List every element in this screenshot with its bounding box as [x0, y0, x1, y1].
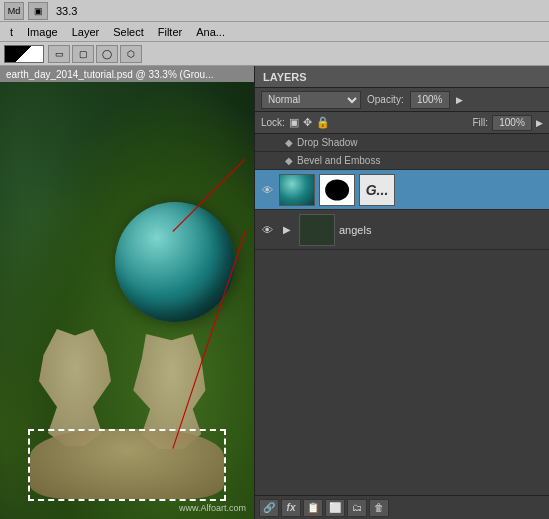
group-button[interactable]: 🗂	[347, 499, 367, 517]
fx-icon-bevel-emboss: ◆	[285, 155, 293, 166]
menu-select[interactable]: Select	[107, 24, 150, 40]
fx-bevel-emboss[interactable]: ◆ Bevel and Emboss	[255, 152, 549, 170]
fx-button[interactable]: fx	[281, 499, 301, 517]
angels-thumbnail-art	[300, 215, 334, 245]
opacity-label: Opacity:	[367, 94, 404, 105]
lock-all-icon[interactable]: 🔒	[316, 116, 330, 129]
panel-bottom-toolbar: 🔗 fx 📋 ⬜ 🗂 🗑	[255, 495, 549, 519]
lock-label: Lock:	[261, 117, 285, 128]
fx-name-drop-shadow: Drop Shadow	[297, 137, 358, 148]
adjustment-button[interactable]: 📋	[303, 499, 323, 517]
canvas-area: earth_day_2014_tutorial.psd @ 33.3% (Gro…	[0, 66, 254, 519]
fill-label: Fill:	[472, 117, 488, 128]
canvas-image[interactable]: www.Alfoart.com	[0, 82, 254, 519]
menu-bar: t Image Layer Select Filter Ana...	[0, 22, 549, 42]
shape-buttons: ▭ ▢ ◯ ⬡	[48, 45, 142, 63]
menu-layer[interactable]: Layer	[66, 24, 106, 40]
panel-header: LAYERS	[255, 66, 549, 88]
opacity-input[interactable]	[410, 91, 450, 109]
blend-mode-select[interactable]: Normal	[261, 91, 361, 109]
fill-input[interactable]	[492, 115, 532, 131]
fx-drop-shadow[interactable]: ◆ Drop Shadow	[255, 134, 549, 152]
layer-eye-angels[interactable]: 👁	[259, 222, 275, 238]
g-letter: G...	[366, 182, 389, 198]
delete-button[interactable]: 🗑	[369, 499, 389, 517]
layer-angels[interactable]: 👁 ▶ angels	[255, 210, 549, 250]
teal-sphere	[115, 202, 235, 322]
main-area: earth_day_2014_tutorial.psd @ 33.3% (Gro…	[0, 66, 549, 519]
menu-image[interactable]: Image	[21, 24, 64, 40]
fx-name-bevel-emboss: Bevel and Emboss	[297, 155, 380, 166]
mask-button[interactable]: ⬜	[325, 499, 345, 517]
panel-title: LAYERS	[263, 71, 307, 83]
layer-thumb-sphere	[279, 174, 315, 206]
color-preview[interactable]	[4, 45, 44, 63]
menu-t[interactable]: t	[4, 24, 19, 40]
fill-arrow-icon[interactable]: ▶	[536, 118, 543, 128]
ellipse-btn[interactable]: ◯	[96, 45, 118, 63]
layer-thumb-angels	[299, 214, 335, 246]
layer-thumb-g: G...	[359, 174, 395, 206]
fx-icon-drop-shadow: ◆	[285, 137, 293, 148]
watermark-text: www.Alfoart.com	[179, 503, 246, 513]
lock-move-icon[interactable]: ✥	[303, 116, 312, 129]
app-icon: Md	[4, 2, 24, 20]
menu-filter[interactable]: Filter	[152, 24, 188, 40]
sphere-mask-art	[320, 175, 354, 205]
zoom-level: 33.3	[56, 5, 77, 17]
layers-list: ◆ Drop Shadow ◆ Bevel and Emboss 👁 G...	[255, 134, 549, 495]
group-arrow-icon[interactable]: ▶	[279, 222, 295, 238]
opacity-arrow-icon[interactable]: ▶	[456, 95, 463, 105]
layer-sphere[interactable]: 👁 G...	[255, 170, 549, 210]
canvas-title: earth_day_2014_tutorial.psd @ 33.3% (Gro…	[0, 66, 254, 82]
stone-basin	[30, 429, 224, 499]
freeform-btn[interactable]: ⬡	[120, 45, 142, 63]
blend-row: Normal Opacity: ▶	[255, 88, 549, 112]
menu-analyze[interactable]: Ana...	[190, 24, 231, 40]
layers-panel: LAYERS Normal Opacity: ▶ Lock: ▣ ✥ 🔒 Fil…	[254, 66, 549, 519]
lock-row: Lock: ▣ ✥ 🔒 Fill: ▶	[255, 112, 549, 134]
sphere-thumbnail-art	[280, 175, 314, 205]
tool-icon-1[interactable]: ▣	[28, 2, 48, 20]
layer-mask-sphere	[319, 174, 355, 206]
second-toolbar: ▭ ▢ ◯ ⬡	[0, 42, 549, 66]
canvas-title-text: earth_day_2014_tutorial.psd @ 33.3% (Gro…	[6, 69, 214, 80]
link-button[interactable]: 🔗	[259, 499, 279, 517]
rect-btn[interactable]: ▭	[48, 45, 70, 63]
lock-pixels-icon[interactable]: ▣	[289, 116, 299, 129]
round-rect-btn[interactable]: ▢	[72, 45, 94, 63]
layer-eye-sphere[interactable]: 👁	[259, 182, 275, 198]
layer-name-angels: angels	[339, 224, 545, 236]
top-toolbar: Md ▣ 33.3	[0, 0, 549, 22]
